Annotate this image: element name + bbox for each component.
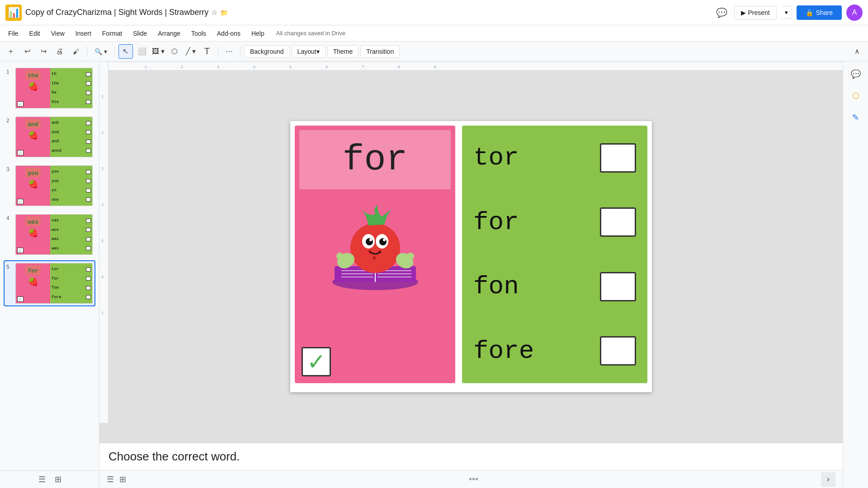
slide-num-3: 3 (6, 166, 13, 173)
option-2-text: for (473, 208, 519, 237)
svg-text:2: 2 (181, 65, 183, 69)
svg-text:3: 3 (217, 65, 219, 69)
option-1-checkbox[interactable] (600, 143, 636, 173)
svg-point-36 (379, 238, 387, 245)
svg-point-37 (369, 239, 372, 241)
menu-edit[interactable]: Edit (25, 28, 45, 39)
layout-button[interactable]: Layout ▾ (292, 45, 326, 58)
right-panel-edit-button[interactable]: ✎ (847, 108, 865, 127)
thumb-content-4: was 🍓 vas wos waz (15, 214, 93, 255)
option-row-1: tor (462, 126, 647, 190)
slide-canvas-wrapper: 1 2 3 4 5 6 7 for (99, 70, 843, 443)
right-panel: 💬 ⬡ ✎ (843, 61, 868, 488)
background-button[interactable]: Background (244, 45, 290, 58)
line-button[interactable]: ╱ ▾ (184, 44, 198, 59)
comment-icon[interactable]: 💬 (713, 5, 730, 21)
add-button[interactable]: + (4, 44, 18, 59)
slide-thumbnail-1[interactable]: 1 the 🍓 th the (4, 65, 95, 111)
thumb-content-3: you 🍓 you yuo yo (15, 165, 93, 206)
instructions-text: Choose the correct word. (99, 443, 843, 470)
option-row-3: fon (462, 254, 647, 319)
select-tool-button[interactable]: ↖ (118, 44, 133, 59)
svg-point-26 (350, 223, 400, 273)
toolbar-separator-1 (87, 46, 87, 57)
paint-format-button[interactable]: 🖌 (69, 44, 83, 59)
horizontal-ruler: 1 2 3 4 5 6 7 8 9 (99, 61, 843, 70)
svg-text:7: 7 (101, 311, 104, 315)
main-word-display: for (299, 130, 451, 189)
slide-num-4: 4 (6, 215, 13, 221)
folder-icon[interactable]: 📁 (220, 9, 228, 16)
slide-thumbnail-2[interactable]: 2 and 🍓 anb ond (4, 114, 95, 160)
shapes-button[interactable]: ⬡ (167, 44, 182, 59)
slide-thumbnail-3[interactable]: 3 you 🍓 you yuo (4, 163, 95, 209)
svg-text:5: 5 (289, 65, 292, 69)
slide-area: 1 2 3 4 5 6 7 8 9 1 2 3 4 5 6 (99, 61, 843, 488)
right-panel-comments-button[interactable]: 💬 (847, 65, 865, 83)
correct-checkbox[interactable]: ✓ (302, 347, 331, 376)
next-slide-button[interactable]: › (821, 472, 835, 487)
ruler-marks: 1 2 3 4 5 6 7 8 9 (108, 62, 843, 70)
slide-thumbnail-5[interactable]: 5 for 🍓 tor for (4, 260, 95, 306)
svg-point-32 (373, 256, 376, 260)
doc-title: Copy of CrazyCharizma | Sight Words | St… (25, 8, 208, 17)
slide-thumbnail-4[interactable]: 4 was 🍓 vas wos (4, 211, 95, 258)
svg-text:9: 9 (434, 65, 436, 69)
menu-help[interactable]: Help (247, 28, 269, 39)
svg-point-35 (366, 238, 373, 245)
slide-left-section: for (295, 126, 455, 383)
menu-tools[interactable]: Tools (187, 28, 211, 39)
menu-file[interactable]: File (4, 28, 23, 39)
collapse-toolbar-button[interactable]: ∧ (850, 44, 864, 59)
transition-button[interactable]: Transition (360, 45, 400, 58)
doc-title-area: Copy of CrazyCharizma | Sight Words | St… (25, 8, 228, 17)
redo-button[interactable]: ↪ (36, 44, 51, 59)
theme-button[interactable]: Theme (327, 45, 359, 58)
right-panel-chat-button[interactable]: ⬡ (847, 87, 865, 105)
slide-num-1: 1 (6, 69, 13, 75)
image-button[interactable]: 🖼 ▾ (151, 44, 165, 59)
undo-button[interactable]: ↩ (20, 44, 34, 59)
svg-text:2: 2 (101, 130, 104, 135)
grid-view-icon[interactable]: ⊞ (119, 474, 126, 484)
option-3-checkbox[interactable] (600, 272, 636, 301)
menu-insert[interactable]: Insert (71, 28, 96, 39)
toolbar-separator-4 (240, 46, 241, 57)
slide-num-2: 2 (6, 117, 13, 124)
avatar[interactable]: A (846, 5, 863, 21)
svg-point-42 (407, 253, 414, 260)
select-shape-button[interactable]: ⬜ (135, 44, 149, 59)
slide-grid-view-button[interactable]: ⊞ (55, 474, 61, 484)
print-button[interactable]: 🖨 (52, 44, 67, 59)
menu-view[interactable]: View (47, 28, 69, 39)
option-2-checkbox[interactable] (600, 207, 636, 237)
svg-text:1: 1 (101, 94, 104, 99)
list-view-icon[interactable]: ☰ (107, 474, 114, 484)
textbox-button[interactable]: T (200, 44, 214, 59)
thumb-content-5: for 🍓 tor for fon (15, 263, 93, 304)
svg-text:3: 3 (101, 166, 104, 171)
menu-arrange[interactable]: Arrange (153, 28, 185, 39)
slide-dots: ••• (132, 474, 816, 484)
more-options-button[interactable]: ⋯ (222, 44, 236, 59)
slide-canvas: for (290, 121, 652, 392)
vertical-ruler: 1 2 3 4 5 6 7 (99, 70, 108, 423)
option-4-checkbox[interactable] (600, 336, 636, 366)
menu-addons[interactable]: Add-ons (212, 28, 245, 39)
menu-format[interactable]: Format (98, 28, 127, 39)
svg-text:4: 4 (253, 65, 255, 69)
zoom-button[interactable]: 🔍 ▾ (91, 46, 111, 57)
svg-text:7: 7 (362, 65, 364, 69)
star-icon[interactable]: ☆ (211, 8, 217, 17)
option-3-text: fon (473, 272, 519, 301)
option-4-text: fore (473, 337, 534, 366)
svg-text:5: 5 (101, 239, 104, 243)
svg-point-40 (336, 253, 344, 260)
share-button[interactable]: 🔒 Share (797, 5, 842, 20)
menu-slide[interactable]: Slide (128, 28, 151, 39)
svg-text:4: 4 (101, 202, 104, 207)
slide-list-view-button[interactable]: ☰ (38, 474, 46, 484)
option-row-2: for (462, 190, 647, 255)
present-button[interactable]: ▶ Present (734, 6, 776, 19)
present-dropdown-button[interactable]: ▾ (781, 6, 792, 19)
